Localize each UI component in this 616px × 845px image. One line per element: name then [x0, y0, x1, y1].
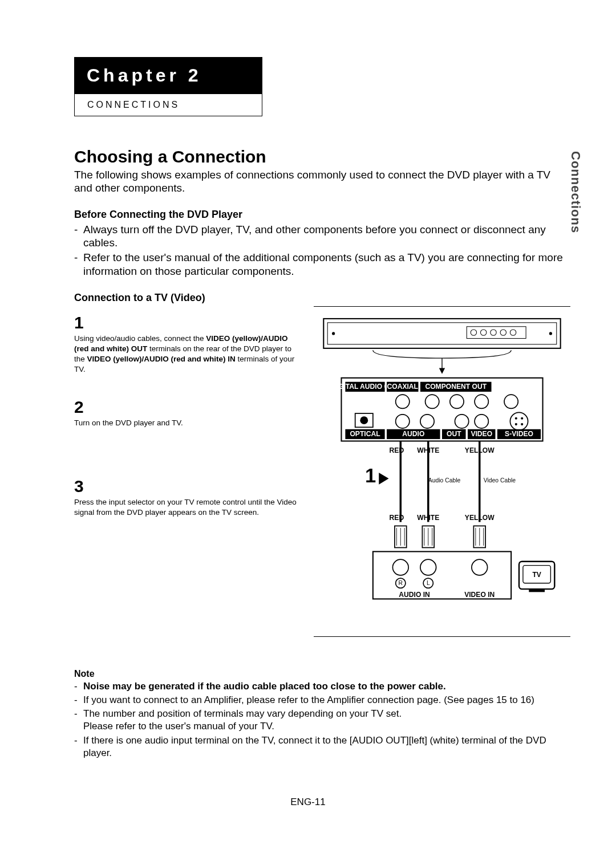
step-body: Using video/audio cables, connect the VI… — [74, 334, 302, 375]
svg-point-2 — [332, 332, 335, 335]
section-intro: The following shows examples of connecti… — [74, 169, 570, 195]
page-number: ENG-11 — [0, 797, 616, 808]
before-list: -Always turn off the DVD player, TV, and… — [74, 223, 570, 278]
connection-diagram: DIGITAL AUDIO OUT COAXIAL COMPONENT OUT … — [314, 306, 570, 637]
svg-text:RED: RED — [390, 446, 404, 454]
svg-marker-49 — [379, 473, 388, 485]
step-number: 1 — [74, 313, 302, 332]
chapter-header: Chapter 2 CONNECTIONS — [74, 57, 262, 116]
steps-column: 1 Using video/audio cables, connect the … — [74, 306, 302, 518]
svg-marker-11 — [439, 368, 445, 373]
step-number: 2 — [74, 397, 302, 417]
svg-text:COMPONENT OUT: COMPONENT OUT — [425, 382, 487, 390]
svg-point-42 — [521, 417, 523, 419]
note-bold: Noise may be generated if the audio cabl… — [83, 681, 446, 692]
connection-heading: Connection to a TV (Video) — [74, 292, 570, 304]
svg-text:VIDEO IN: VIDEO IN — [464, 591, 495, 599]
note-item: If you want to connect to an Amplifier, … — [83, 694, 534, 706]
svg-rect-1 — [327, 322, 557, 344]
svg-point-3 — [549, 332, 552, 335]
svg-text:R: R — [399, 580, 403, 586]
svg-text:TV: TV — [532, 571, 541, 579]
svg-text:Video Cable: Video Cable — [484, 477, 516, 484]
side-tab: Connections — [568, 151, 583, 233]
note-item: The number and position of terminals may… — [83, 708, 402, 733]
svg-text:L: L — [427, 580, 430, 586]
svg-text:OUT: OUT — [447, 429, 461, 437]
step-body: Turn on the DVD player and TV. — [74, 418, 302, 428]
before-item: Refer to the user's manual of the additi… — [83, 251, 570, 278]
svg-point-44 — [521, 423, 523, 425]
note-heading: Note — [74, 669, 570, 679]
svg-text:S-VIDEO: S-VIDEO — [505, 429, 533, 437]
svg-text:COAXIAL: COAXIAL — [387, 382, 419, 390]
svg-text:1: 1 — [365, 465, 376, 486]
step-body: Press the input selector on your TV remo… — [74, 497, 302, 518]
step-number: 3 — [74, 477, 302, 496]
svg-text:WHITE: WHITE — [417, 514, 439, 522]
svg-text:YELLOW: YELLOW — [465, 514, 495, 522]
svg-point-41 — [515, 417, 517, 419]
diagram-svg: DIGITAL AUDIO OUT COAXIAL COMPONENT OUT … — [314, 315, 570, 621]
svg-text:VIDEO: VIDEO — [471, 429, 492, 437]
before-item: Always turn off the DVD player, TV, and … — [83, 223, 570, 250]
svg-text:OPTICAL: OPTICAL — [350, 429, 380, 437]
note-item: If there is one audio input terminal on … — [83, 734, 570, 759]
before-heading: Before Connecting the DVD Player — [74, 209, 570, 221]
svg-text:RED: RED — [390, 514, 404, 522]
svg-text:AUDIO IN: AUDIO IN — [399, 591, 430, 599]
svg-text:Audio Cable: Audio Cable — [428, 477, 461, 484]
svg-rect-83 — [529, 589, 545, 592]
section-title: Choosing a Connection — [74, 147, 570, 166]
svg-point-43 — [515, 423, 517, 425]
svg-point-35 — [360, 416, 368, 424]
chapter-title: Chapter 2 — [74, 57, 262, 93]
note-list: -Noise may be generated if the audio cab… — [74, 680, 570, 759]
svg-text:AUDIO: AUDIO — [402, 429, 424, 437]
chapter-subtitle: CONNECTIONS — [74, 93, 262, 116]
